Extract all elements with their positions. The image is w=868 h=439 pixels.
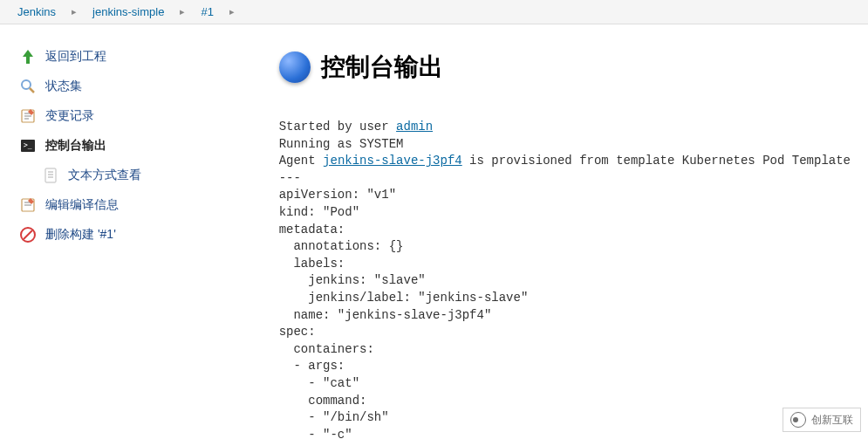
chevron-right-icon: ▸ <box>171 6 194 17</box>
sidebar-item-label: 控制台输出 <box>45 138 106 154</box>
sidebar-item-changes[interactable]: 变更记录 <box>16 101 236 131</box>
arrow-up-icon <box>19 48 37 65</box>
sidebar-item-console[interactable]: >_ 控制台输出 <box>16 131 236 161</box>
chevron-right-icon: ▸ <box>221 6 243 17</box>
breadcrumb-jenkins[interactable]: Jenkins <box>17 5 56 18</box>
document-icon <box>42 167 59 184</box>
svg-point-0 <box>22 80 31 89</box>
delete-icon <box>19 226 37 244</box>
sidebar-item-plaintext[interactable]: 文本方式查看 <box>16 161 236 190</box>
page-title: 控制台输出 <box>321 51 443 84</box>
svg-line-1 <box>30 88 34 93</box>
status-orb-icon <box>279 51 311 83</box>
console-output: Started by user admin Running as SYSTEM … <box>279 119 851 439</box>
sidebar-item-delete[interactable]: 删除构建 '#1' <box>16 220 236 250</box>
sidebar-item-status[interactable]: 状态集 <box>16 72 236 101</box>
main-content: 控制台输出 Started by user admin Running as S… <box>244 24 868 439</box>
sidebar-item-label: 状态集 <box>45 79 82 94</box>
svg-line-16 <box>24 230 32 239</box>
sidebar-item-edit[interactable]: 编辑编译信息 <box>16 190 236 220</box>
notepad-edit-icon <box>19 196 37 214</box>
console-text: Agent <box>279 154 323 168</box>
svg-text:>_: >_ <box>24 141 32 149</box>
terminal-icon: >_ <box>19 137 37 154</box>
chevron-right-icon: ▸ <box>63 6 85 17</box>
page-header: 控制台输出 <box>279 51 851 84</box>
console-yaml: --- apiVersion: "v1" kind: "Pod" metadat… <box>279 171 609 439</box>
svg-rect-8 <box>45 168 56 182</box>
watermark-text: 创新互联 <box>811 413 853 428</box>
sidebar-item-label: 变更记录 <box>45 108 94 124</box>
magnifier-icon <box>19 78 37 95</box>
sidebar: 返回到工程 状态集 变更记录 >_ 控制台输出 文本方式查看 <box>0 24 244 439</box>
watermark: 创新互联 <box>783 408 861 432</box>
console-text: Running as SYSTEM <box>279 137 404 151</box>
watermark-logo-icon <box>790 412 806 428</box>
sidebar-item-back[interactable]: 返回到工程 <box>16 42 236 72</box>
sidebar-item-label: 删除构建 '#1' <box>45 227 116 243</box>
sidebar-item-label: 文本方式查看 <box>68 168 141 183</box>
sidebar-item-label: 编辑编译信息 <box>45 197 119 213</box>
breadcrumb-project[interactable]: jenkins-simple <box>92 5 164 18</box>
breadcrumb-build[interactable]: #1 <box>201 5 213 18</box>
console-text: Started by user <box>279 120 396 134</box>
breadcrumb: Jenkins ▸ jenkins-simple ▸ #1 ▸ <box>0 0 868 24</box>
user-link[interactable]: admin <box>396 120 433 134</box>
notepad-icon <box>19 107 37 125</box>
sidebar-item-label: 返回到工程 <box>45 49 106 65</box>
agent-link[interactable]: jenkins-slave-j3pf4 <box>323 154 462 168</box>
console-text: is provisioned from template Kubernetes … <box>462 154 851 168</box>
